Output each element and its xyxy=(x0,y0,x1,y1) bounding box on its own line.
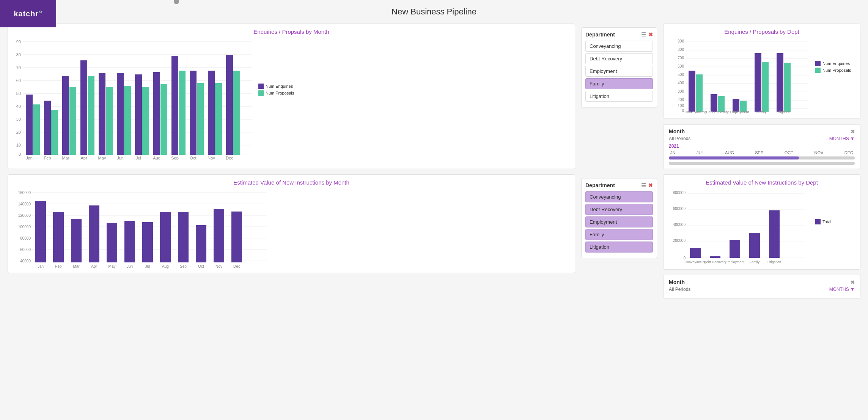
chart2-legend: Num Enquiries Num Proposals xyxy=(815,38,853,114)
legend2-proposals-color xyxy=(815,68,821,73)
filter2-clear-icon[interactable]: ✖ xyxy=(648,182,653,188)
filter-item-conveyancing[interactable]: Conveyancing xyxy=(585,41,653,52)
chart4-svg: 800000 600000 400000 200000 0 xyxy=(668,189,812,265)
clear-filter-icon[interactable]: ✖ xyxy=(648,32,653,38)
svg-text:40000: 40000 xyxy=(20,259,31,263)
filter2-item-conveyancing[interactable]: Conveyancing xyxy=(585,191,653,202)
filter2-item-debt-recovery[interactable]: Debt Recovery xyxy=(585,204,653,215)
dept-filter2-panel: Department ☰ ✖ Conveyancing Debt Recover… xyxy=(581,178,657,258)
dept-filter1-header: Department ☰ ✖ xyxy=(585,32,653,38)
svg-rect-36 xyxy=(171,56,178,155)
svg-text:60000: 60000 xyxy=(20,248,31,252)
svg-text:Jul: Jul xyxy=(145,264,150,268)
svg-rect-24 xyxy=(62,76,69,155)
filter-item-litigation[interactable]: Litigation xyxy=(585,91,653,102)
svg-rect-114 xyxy=(214,209,224,262)
chart2-title: Enquiries / Proposals by Dept xyxy=(668,28,855,35)
dept-filter2-header: Department ☰ ✖ xyxy=(585,182,653,188)
svg-text:0: 0 xyxy=(682,109,684,113)
dept-filter2-label: Department xyxy=(585,182,615,188)
all-periods-label: All Periods xyxy=(669,136,690,141)
month-filter1-label: Month xyxy=(669,128,685,134)
month-filter2-clear-icon[interactable]: ✖ xyxy=(851,279,855,285)
filter-item-employment[interactable]: Employment xyxy=(585,66,653,77)
svg-text:May: May xyxy=(108,264,116,268)
svg-text:900: 900 xyxy=(678,39,684,43)
svg-text:Family: Family xyxy=(750,260,760,264)
legend-proposals-color xyxy=(258,90,264,96)
right-stack-1: Enquiries / Proposals by Dept 900 800 70… xyxy=(663,24,860,169)
svg-rect-83 xyxy=(777,53,783,112)
svg-text:Jun: Jun xyxy=(127,264,133,268)
svg-rect-77 xyxy=(711,94,717,112)
svg-text:200000: 200000 xyxy=(673,238,686,243)
svg-text:800000: 800000 xyxy=(673,191,686,195)
filter-item-debt-recovery[interactable]: Debt Recovery xyxy=(585,53,653,64)
month-slider-track2[interactable] xyxy=(669,162,855,165)
svg-rect-41 xyxy=(215,83,222,155)
svg-rect-111 xyxy=(160,212,171,262)
svg-text:Sep: Sep xyxy=(171,156,179,159)
month-slider-thumb[interactable] xyxy=(174,0,179,4)
filter2-item-litigation[interactable]: Litigation xyxy=(585,242,653,253)
svg-rect-33 xyxy=(142,87,149,155)
svg-text:Debt Recovery: Debt Recovery xyxy=(704,260,726,264)
chart4-panel: Estimated Value of New Instructions by D… xyxy=(663,174,860,270)
svg-text:30: 30 xyxy=(16,117,21,122)
filter2-list-icon[interactable]: ☰ xyxy=(641,182,646,188)
svg-text:Employment: Employment xyxy=(730,110,749,114)
chart1-svg: 90 80 70 60 50 40 30 20 10 0 xyxy=(13,38,255,159)
svg-rect-43 xyxy=(233,71,240,155)
svg-text:200: 200 xyxy=(678,98,684,102)
filter-item-family[interactable]: Family xyxy=(585,78,653,89)
right-stack-2: Estimated Value of New Instructions by D… xyxy=(663,174,860,298)
svg-text:Oct: Oct xyxy=(190,156,196,159)
svg-text:400000: 400000 xyxy=(673,223,686,227)
svg-text:Employment: Employment xyxy=(725,260,745,264)
svg-text:Jun: Jun xyxy=(117,156,124,159)
page-title: New Business Pipeline xyxy=(0,0,868,20)
svg-rect-20 xyxy=(26,95,33,155)
svg-text:Dec: Dec xyxy=(226,156,233,159)
dashboard: Enquiries / Propsals by Month 90 80 70 6… xyxy=(0,20,868,308)
svg-text:Oct: Oct xyxy=(198,264,204,268)
svg-rect-139 xyxy=(710,256,720,258)
svg-text:Apr: Apr xyxy=(80,156,87,159)
logo-bar: katchr° xyxy=(0,0,56,27)
svg-text:Feb: Feb xyxy=(44,156,51,159)
month-filter1-clear-icon[interactable]: ✖ xyxy=(851,129,855,134)
legend2-enquiries-label: Num Enquiries xyxy=(822,61,850,66)
svg-text:600: 600 xyxy=(678,64,684,68)
svg-rect-78 xyxy=(718,96,725,112)
svg-text:Jan: Jan xyxy=(38,264,44,268)
svg-text:Feb: Feb xyxy=(55,264,62,268)
svg-text:500: 500 xyxy=(678,73,684,77)
legend2-enquiries-color xyxy=(815,61,821,66)
month-slider-track[interactable] xyxy=(669,156,855,159)
chart2-panel: Enquiries / Proposals by Dept 900 800 70… xyxy=(663,24,860,119)
svg-rect-112 xyxy=(178,212,189,262)
filter2-item-employment[interactable]: Employment xyxy=(585,216,653,227)
svg-text:Apr: Apr xyxy=(91,264,97,268)
svg-rect-26 xyxy=(80,60,87,155)
svg-rect-23 xyxy=(51,110,58,155)
svg-rect-27 xyxy=(88,76,94,155)
svg-text:Conveyancing: Conveyancing xyxy=(684,110,706,114)
month-filter1-row: All Periods MONTHS ▼ xyxy=(669,136,855,141)
logo-dot: ° xyxy=(39,8,42,19)
svg-rect-40 xyxy=(208,71,215,155)
svg-rect-75 xyxy=(689,71,695,112)
months-dropdown[interactable]: MONTHS ▼ xyxy=(829,136,855,141)
months2-dropdown[interactable]: MONTHS ▼ xyxy=(829,287,855,292)
svg-rect-22 xyxy=(44,101,51,155)
legend-enquiries-label: Num Enquiries xyxy=(266,84,293,88)
filter2-item-family[interactable]: Family xyxy=(585,229,653,240)
svg-rect-141 xyxy=(749,233,760,258)
chart4-legend: Total xyxy=(815,189,846,265)
filter-list-icon[interactable]: ☰ xyxy=(641,32,646,38)
chart3-title: Estimated Value of New Instructions by M… xyxy=(13,179,570,186)
svg-text:40: 40 xyxy=(16,104,21,109)
svg-text:600000: 600000 xyxy=(673,207,686,211)
chart1-panel: Enquiries / Propsals by Month 90 80 70 6… xyxy=(8,24,575,169)
chart4-title: Estimated Value of New Instructions by D… xyxy=(668,179,855,186)
